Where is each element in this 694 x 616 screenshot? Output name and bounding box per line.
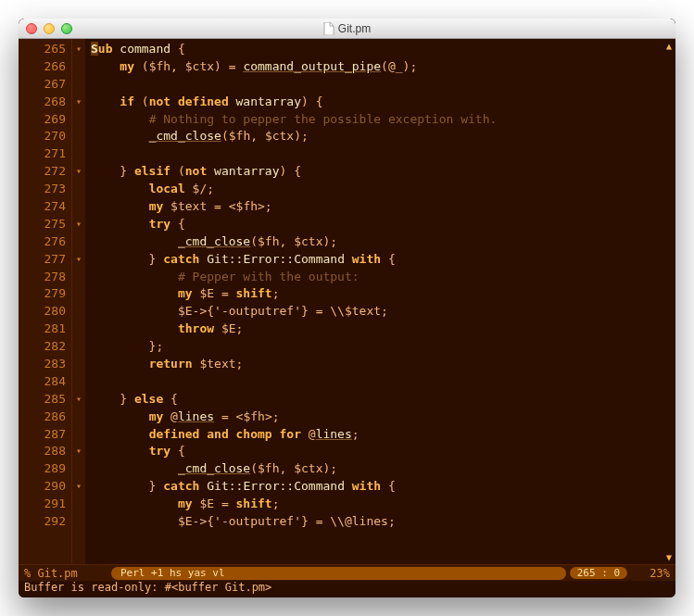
fold-marker-empty [72,496,85,513]
fold-marker-icon[interactable]: ▾ [72,391,85,409]
fold-marker-icon[interactable]: ▾ [72,478,85,496]
code-line[interactable]: } catch Git::Error::Command with { [91,251,662,269]
code-line[interactable] [91,76,662,94]
editor-window: Git.pm 265266267268269270271272273274275… [19,19,675,597]
fold-marker-empty [72,58,85,76]
fold-marker-empty [72,409,85,426]
code-line[interactable]: my $E = shift; [91,285,662,303]
fold-marker-empty [72,373,85,391]
code-line[interactable]: if (not defined wantarray) { [91,94,662,111]
line-number: 276 [19,233,71,251]
code-line[interactable]: } else { [91,391,662,409]
line-number: 282 [19,338,71,356]
fold-marker-empty [72,513,85,531]
fold-marker-icon[interactable]: ▾ [72,443,85,460]
fold-marker-empty [72,460,85,478]
code-line[interactable]: my $E = shift; [91,496,662,513]
line-number: 286 [19,409,71,426]
code-line[interactable]: return $text; [91,356,662,373]
code-line[interactable]: _cmd_close($fh, $ctx); [91,460,662,478]
line-number: 287 [19,426,71,444]
fold-marker-empty [72,338,85,356]
line-number: 291 [19,496,71,513]
code-line[interactable]: Sub command { [91,41,662,58]
fold-marker-empty [72,111,85,129]
fold-marker-empty [72,181,85,198]
editor-area[interactable]: 2652662672682692702712722732742752762772… [19,39,675,564]
line-number: 289 [19,460,71,478]
line-number: 277 [19,251,71,269]
modeline: % Git.pm Perl +1 hs yas vl 265 : 0 23% [19,564,675,581]
line-number: 272 [19,163,71,181]
minimize-button[interactable] [44,23,55,34]
code-line[interactable]: }; [91,338,662,356]
window-title: Git.pm [19,22,675,35]
line-number: 270 [19,128,71,145]
line-number: 265 [19,41,71,58]
fold-marker-empty [72,233,85,251]
fold-marker-icon[interactable]: ▾ [72,41,85,58]
modeline-file: % Git.pm [24,567,107,580]
minibuffer-text: Buffer is read-only: #<buffer Git.pm> [24,581,271,594]
line-number: 273 [19,181,71,198]
titlebar[interactable]: Git.pm [19,19,675,39]
code-line[interactable]: } catch Git::Error::Command with { [91,478,662,496]
minibuffer: Buffer is read-only: #<buffer Git.pm> [19,581,675,597]
code-line[interactable]: try { [91,216,662,233]
code-line[interactable]: _cmd_close($fh, $ctx); [91,233,662,251]
scrollbar[interactable]: ▲ ▼ [662,39,675,564]
fold-marker-empty [72,76,85,94]
code-line[interactable]: defined and chomp for @lines; [91,426,662,444]
line-number: 267 [19,76,71,94]
line-number: 285 [19,391,71,409]
fold-marker-icon[interactable]: ▾ [72,216,85,233]
line-number: 274 [19,198,71,216]
fold-marker-icon[interactable]: ▾ [72,163,85,181]
fold-marker-empty [72,303,85,321]
code-line[interactable]: # Nothing to pepper the possible excepti… [91,111,662,129]
code-content[interactable]: Sub command { my ($fh, $ctx) = command_o… [85,39,662,564]
file-icon [323,22,334,35]
line-number: 268 [19,94,71,111]
line-number: 292 [19,513,71,531]
fold-marker-empty [72,269,85,286]
code-line[interactable]: } elsif (not wantarray) { [91,163,662,181]
line-number: 290 [19,478,71,496]
fold-marker-empty [72,285,85,303]
modeline-mode-text: Perl +1 hs yas vl [120,567,225,579]
fold-marker-empty [72,145,85,163]
modeline-position: 265 : 0 [570,567,627,579]
scroll-down-icon[interactable]: ▼ [666,550,672,564]
fold-marker-empty [72,426,85,444]
code-line[interactable]: my $text = <$fh>; [91,198,662,216]
code-line[interactable]: $E->{'-outputref'} = \\@lines; [91,513,662,531]
line-number-gutter: 2652662672682692702712722732742752762772… [19,39,72,564]
fold-marker-empty [72,356,85,373]
code-line[interactable]: try { [91,443,662,460]
fold-marker-empty [72,128,85,145]
scroll-up-icon[interactable]: ▲ [666,39,672,53]
window-title-text: Git.pm [338,22,371,35]
line-number: 278 [19,269,71,286]
line-number: 279 [19,285,71,303]
fold-marker-icon[interactable]: ▾ [72,251,85,269]
code-line[interactable]: my ($fh, $ctx) = command_output_pipe(@_)… [91,58,662,76]
code-line[interactable] [91,145,662,163]
traffic-lights [26,23,72,34]
zoom-button[interactable] [61,23,72,34]
line-number: 271 [19,145,71,163]
modeline-percent: 23% [633,567,670,580]
code-line[interactable]: my @lines = <$fh>; [91,409,662,426]
code-line[interactable] [91,373,662,391]
code-line[interactable]: throw $E; [91,321,662,338]
code-line[interactable]: _cmd_close($fh, $ctx); [91,128,662,145]
code-line[interactable]: local $/; [91,181,662,198]
code-line[interactable]: $E->{'-outputref'} = \\$text; [91,303,662,321]
line-number: 275 [19,216,71,233]
close-button[interactable] [26,23,37,34]
code-line[interactable]: # Pepper with the output: [91,269,662,286]
line-number: 281 [19,321,71,338]
fold-column[interactable]: ▾▾▾▾▾▾▾▾ [72,39,85,564]
line-number: 284 [19,373,71,391]
fold-marker-icon[interactable]: ▾ [72,94,85,111]
